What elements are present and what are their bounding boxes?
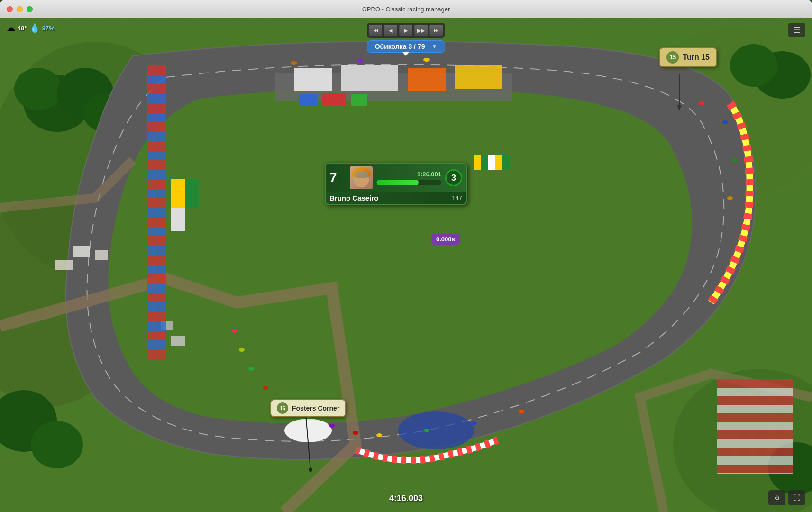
lap-counter: Обиколка 3 / 79 ▼ <box>367 40 446 53</box>
svg-rect-20 <box>322 93 346 106</box>
temperature-display: 48° <box>18 25 27 32</box>
playback-controls: ⏮ ◀ ▶ ▶▶ ⏭ Обиколка 3 / 79 ▼ <box>367 23 446 53</box>
svg-marker-57 <box>677 105 682 111</box>
driver-speed: 147 <box>452 194 462 201</box>
cloud-icon: ☁ <box>7 23 15 33</box>
svg-rect-32 <box>95 250 108 260</box>
corner-16-badge: 16 <box>277 402 288 414</box>
svg-point-47 <box>376 433 382 437</box>
turn-15-arrow <box>675 74 684 114</box>
turn-15-label: 15 Turn 15 <box>659 47 717 67</box>
menu-button[interactable]: ☰ <box>788 23 805 37</box>
svg-point-12 <box>31 421 83 468</box>
svg-point-53 <box>248 367 254 371</box>
corner-16-text: Fosters Corner <box>292 404 339 412</box>
svg-rect-35 <box>171 336 185 346</box>
svg-point-40 <box>699 101 704 105</box>
maximize-button[interactable] <box>27 6 33 12</box>
svg-point-52 <box>263 386 268 390</box>
svg-point-44 <box>519 410 524 413</box>
driver-progress-fill <box>376 180 419 185</box>
race-timer: 4:16.003 <box>389 494 423 503</box>
bottom-right-controls: ⚙ ⛶ <box>768 490 805 505</box>
play-button[interactable]: ▶ <box>399 24 413 37</box>
svg-rect-33 <box>55 260 73 270</box>
skip-back-button[interactable]: ⏮ <box>368 24 383 37</box>
driver-position-badge: 3 <box>445 169 462 186</box>
svg-rect-17 <box>408 68 446 91</box>
window-title: GPRO - Classic racing manager <box>362 6 450 13</box>
tent-area-right <box>717 379 793 474</box>
driver-number: 7 <box>329 170 346 185</box>
driver-avatar <box>350 166 373 189</box>
control-button-group: ⏮ ◀ ▶ ▶▶ ⏭ <box>367 23 445 38</box>
menu-icon: ☰ <box>794 26 800 35</box>
svg-point-59 <box>309 468 312 472</box>
svg-point-54 <box>239 348 245 352</box>
prev-button[interactable]: ◀ <box>383 24 398 37</box>
svg-point-10 <box>730 44 777 87</box>
svg-rect-25 <box>171 208 185 231</box>
svg-rect-24 <box>185 179 199 208</box>
driver-lap-time: 1:26.001 <box>417 171 441 178</box>
fullscreen-icon: ⛶ <box>794 494 800 502</box>
svg-point-37 <box>291 61 297 65</box>
svg-rect-21 <box>351 94 367 106</box>
svg-point-48 <box>353 431 358 435</box>
svg-point-46 <box>424 429 429 432</box>
driver-card-header: 7 1:26.001 3 <box>326 164 466 192</box>
driver-card: 7 1:26.001 3 Brun <box>325 163 467 205</box>
traffic-lights <box>7 6 33 12</box>
window-chrome: GPRO - Classic racing manager <box>0 0 812 18</box>
turn-15-badge: 15 <box>666 51 679 64</box>
close-button[interactable] <box>7 6 13 12</box>
svg-point-43 <box>727 196 733 200</box>
lap-counter-arrow <box>402 52 409 56</box>
svg-rect-30 <box>502 155 510 170</box>
svg-rect-16 <box>341 65 398 91</box>
race-view: ☁ 48° 💧 97% ⏮ ◀ ▶ ▶▶ ⏭ Обиколка 3 / 79 ▼… <box>0 18 812 512</box>
humidity-display: 97% <box>42 25 55 32</box>
svg-point-38 <box>357 59 364 63</box>
svg-point-6 <box>14 68 62 110</box>
fullscreen-button[interactable]: ⛶ <box>788 490 805 505</box>
turn-15-text: Turn 15 <box>683 53 710 62</box>
driver-name-row: Bruno Caseiro 147 <box>326 192 466 204</box>
minimize-button[interactable] <box>17 6 23 12</box>
gap-indicator: 0.000s <box>431 234 460 245</box>
svg-point-55 <box>232 329 237 333</box>
svg-rect-28 <box>488 155 495 170</box>
settings-icon: ⚙ <box>774 494 780 502</box>
tent-row-left <box>147 65 166 359</box>
svg-rect-27 <box>481 155 488 170</box>
droplet-icon: 💧 <box>29 23 40 33</box>
gap-value: 0.000s <box>436 236 455 243</box>
driver-name: Bruno Caseiro <box>329 194 378 202</box>
driver-stats: 1:26.001 <box>376 171 441 185</box>
svg-rect-15 <box>294 68 332 91</box>
skip-forward-button[interactable]: ⏭ <box>429 24 443 37</box>
svg-rect-26 <box>474 155 481 170</box>
svg-rect-23 <box>171 179 185 208</box>
race-timer-value: 4:16.003 <box>389 494 423 503</box>
svg-point-22 <box>398 411 474 449</box>
settings-button[interactable]: ⚙ <box>768 490 785 505</box>
svg-rect-31 <box>73 246 90 257</box>
svg-rect-19 <box>299 94 318 106</box>
svg-point-42 <box>732 158 738 162</box>
driver-progress-bar <box>376 180 441 185</box>
fosters-corner-label: 16 Fosters Corner <box>270 399 346 417</box>
track-background <box>0 18 812 512</box>
weather-widget: ☁ 48° 💧 97% <box>7 23 55 33</box>
svg-rect-29 <box>495 155 502 170</box>
lap-counter-text: Обиколка 3 / 79 <box>375 43 425 50</box>
svg-point-49 <box>329 424 335 428</box>
svg-point-41 <box>722 120 728 124</box>
next-button[interactable]: ▶▶ <box>414 24 428 37</box>
svg-point-45 <box>471 421 477 425</box>
svg-rect-18 <box>455 65 502 89</box>
svg-point-39 <box>423 58 430 62</box>
